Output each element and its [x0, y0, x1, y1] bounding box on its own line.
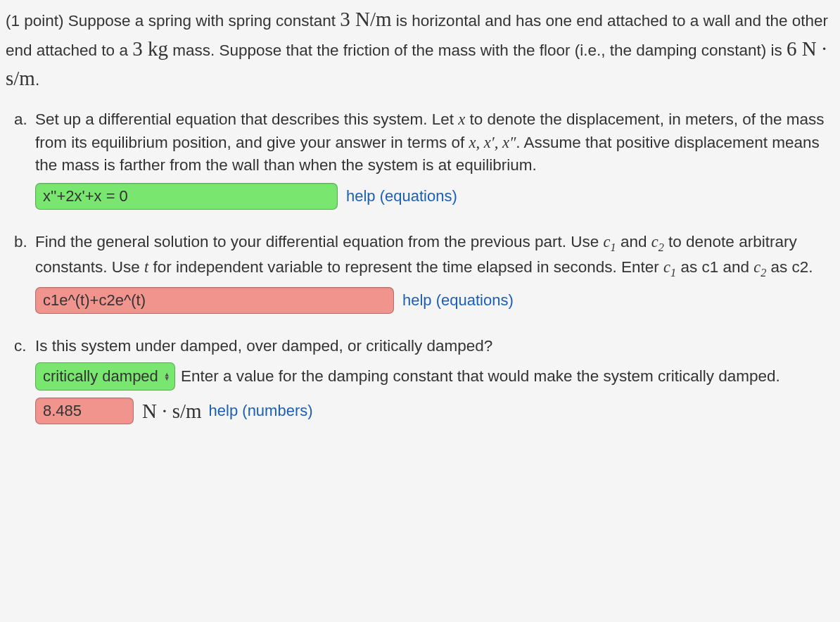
part-c-text-1: Is this system under damped, over damped…: [35, 337, 492, 355]
var-x: x: [458, 110, 465, 128]
part-c-text-2: Enter a value for the damping constant t…: [181, 367, 780, 385]
spring-constant-unit: N/m: [355, 8, 392, 30]
part-a-help-link[interactable]: help (equations): [346, 185, 457, 208]
var-x-derivs: x, x′, x″: [469, 134, 516, 151]
intro-period: .: [35, 71, 39, 89]
intro-text-1: Suppose a spring with spring constant: [68, 12, 340, 30]
spring-constant-value: 3: [340, 8, 355, 30]
points-label: (1 point): [6, 12, 68, 30]
damping-type-selected: critically damped: [43, 365, 158, 388]
damping-value: 6: [787, 37, 802, 60]
part-b-text-6: as c2.: [766, 258, 813, 276]
part-a-marker: a.: [14, 108, 27, 132]
part-b: b. Find the general solution to your dif…: [35, 231, 834, 314]
const-c2-b: c2: [753, 258, 766, 276]
mass-unit: kg: [148, 37, 168, 60]
damping-type-select[interactable]: critically damped ▲▼: [35, 362, 175, 391]
part-c: c. Is this system under damped, over dam…: [35, 335, 834, 426]
part-a-text-1: Set up a differential equation that desc…: [35, 110, 458, 128]
part-b-text-1: Find the general solution to your differ…: [35, 233, 604, 250]
damping-answer-unit: N · s/m: [142, 396, 202, 426]
part-c-help-link[interactable]: help (numbers): [209, 400, 313, 422]
part-a-answer-input[interactable]: [35, 183, 338, 210]
const-c1: c1: [604, 233, 616, 250]
select-chevron-icon: ▲▼: [164, 372, 170, 381]
part-a: a. Set up a differential equation that d…: [35, 108, 834, 210]
intro-text-3: mass. Suppose that the friction of the m…: [168, 42, 787, 59]
part-b-text-5: as c1 and: [676, 258, 753, 276]
problem-intro: (1 point) Suppose a spring with spring c…: [6, 4, 834, 93]
part-b-text-2: and: [616, 233, 651, 250]
const-c2: c2: [651, 233, 664, 250]
part-b-text-4: for independent variable to represent th…: [148, 258, 663, 276]
part-b-marker: b.: [14, 231, 27, 254]
part-c-marker: c.: [14, 335, 27, 358]
part-b-answer-input[interactable]: [35, 287, 394, 314]
part-b-help-link[interactable]: help (equations): [402, 289, 514, 312]
part-c-answer-input[interactable]: [35, 398, 134, 424]
const-c1-b: c1: [663, 258, 676, 276]
mass-value: 3: [132, 37, 148, 60]
